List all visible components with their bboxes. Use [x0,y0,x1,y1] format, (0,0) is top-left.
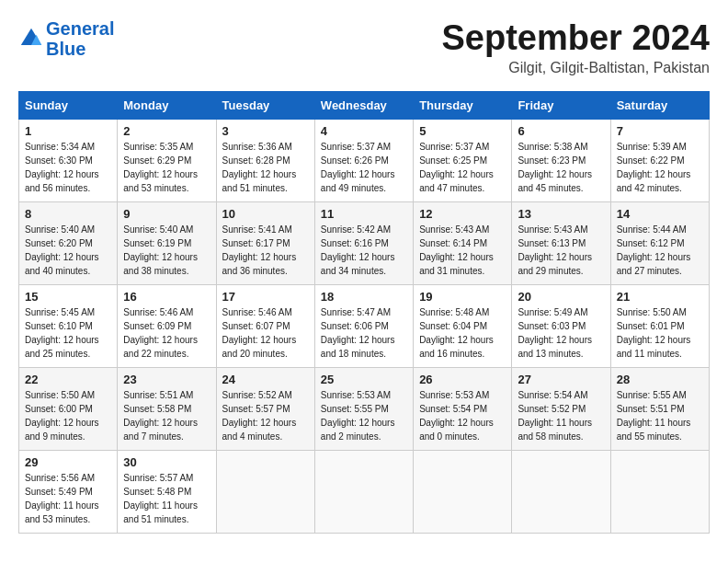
day-info: Sunrise: 5:57 AM Sunset: 5:48 PM Dayligh… [123,471,210,526]
day-info: Sunrise: 5:40 AM Sunset: 6:19 PM Dayligh… [123,223,210,278]
calendar-day-cell: 22Sunrise: 5:50 AM Sunset: 6:00 PM Dayli… [19,368,118,451]
calendar-day-cell: 16Sunrise: 5:46 AM Sunset: 6:09 PM Dayli… [118,285,216,368]
day-number: 19 [419,290,506,304]
day-number: 21 [617,290,703,304]
day-info: Sunrise: 5:49 AM Sunset: 6:03 PM Dayligh… [518,305,604,361]
day-number: 8 [25,207,111,221]
calendar-day-cell [414,451,512,534]
day-number: 27 [518,373,604,386]
day-number: 28 [617,373,703,386]
calendar-day-cell: 4Sunrise: 5:37 AM Sunset: 6:26 PM Daylig… [314,120,413,202]
day-info: Sunrise: 5:46 AM Sunset: 6:07 PM Dayligh… [222,305,309,361]
day-info: Sunrise: 5:53 AM Sunset: 5:54 PM Dayligh… [419,388,506,443]
calendar-table: SundayMondayTuesdayWednesdayThursdayFrid… [18,91,710,534]
day-number: 9 [123,207,210,221]
calendar-week-row: 22Sunrise: 5:50 AM Sunset: 6:00 PM Dayli… [19,368,710,451]
day-info: Sunrise: 5:50 AM Sunset: 6:00 PM Dayligh… [25,388,111,443]
day-of-week-header: Friday [512,92,610,120]
day-number: 6 [518,124,604,138]
calendar-body: 1Sunrise: 5:34 AM Sunset: 6:30 PM Daylig… [19,120,710,534]
day-number: 24 [222,373,309,386]
day-of-week-header: Wednesday [314,92,413,120]
calendar-day-cell [216,451,314,534]
calendar-week-row: 1Sunrise: 5:34 AM Sunset: 6:30 PM Daylig… [19,120,710,202]
calendar-day-cell: 17Sunrise: 5:46 AM Sunset: 6:07 PM Dayli… [216,285,314,368]
calendar-header-row: SundayMondayTuesdayWednesdayThursdayFrid… [19,92,710,120]
day-number: 22 [25,373,111,386]
page-header: General Blue September 2024 Gilgit, Gilg… [18,18,710,76]
day-info: Sunrise: 5:42 AM Sunset: 6:16 PM Dayligh… [321,223,407,278]
calendar-week-row: 8Sunrise: 5:40 AM Sunset: 6:20 PM Daylig… [19,202,710,285]
calendar-day-cell: 1Sunrise: 5:34 AM Sunset: 6:30 PM Daylig… [19,120,118,202]
day-info: Sunrise: 5:53 AM Sunset: 5:55 PM Dayligh… [321,388,407,443]
day-number: 5 [419,124,506,138]
logo: General Blue [18,18,114,59]
day-info: Sunrise: 5:37 AM Sunset: 6:25 PM Dayligh… [419,140,506,195]
day-number: 25 [321,373,407,386]
day-info: Sunrise: 5:54 AM Sunset: 5:52 PM Dayligh… [518,388,604,443]
day-number: 2 [123,124,210,138]
day-info: Sunrise: 5:46 AM Sunset: 6:09 PM Dayligh… [123,305,210,361]
calendar-day-cell: 24Sunrise: 5:52 AM Sunset: 5:57 PM Dayli… [216,368,314,451]
day-number: 18 [321,290,407,304]
logo-line1: General [46,18,114,39]
day-number: 20 [518,290,604,304]
day-of-week-header: Thursday [414,92,512,120]
day-of-week-header: Tuesday [216,92,314,120]
day-info: Sunrise: 5:36 AM Sunset: 6:28 PM Dayligh… [222,140,309,195]
calendar-day-cell [512,451,610,534]
day-info: Sunrise: 5:34 AM Sunset: 6:30 PM Dayligh… [25,140,111,195]
day-info: Sunrise: 5:44 AM Sunset: 6:12 PM Dayligh… [617,223,703,278]
calendar-day-cell [610,451,709,534]
calendar-day-cell: 26Sunrise: 5:53 AM Sunset: 5:54 PM Dayli… [414,368,512,451]
day-info: Sunrise: 5:48 AM Sunset: 6:04 PM Dayligh… [419,305,506,361]
day-number: 11 [321,207,407,221]
calendar-day-cell: 7Sunrise: 5:39 AM Sunset: 6:22 PM Daylig… [610,120,709,202]
day-info: Sunrise: 5:40 AM Sunset: 6:20 PM Dayligh… [25,223,111,278]
logo-icon [18,26,44,52]
calendar-day-cell: 23Sunrise: 5:51 AM Sunset: 5:58 PM Dayli… [118,368,216,451]
day-info: Sunrise: 5:47 AM Sunset: 6:06 PM Dayligh… [321,305,407,361]
day-number: 16 [123,290,210,304]
calendar-week-row: 29Sunrise: 5:56 AM Sunset: 5:49 PM Dayli… [19,451,710,534]
day-number: 1 [25,124,111,138]
calendar-day-cell [314,451,413,534]
day-number: 14 [617,207,703,221]
day-info: Sunrise: 5:55 AM Sunset: 5:51 PM Dayligh… [617,388,703,443]
calendar-day-cell: 27Sunrise: 5:54 AM Sunset: 5:52 PM Dayli… [512,368,610,451]
calendar-day-cell: 19Sunrise: 5:48 AM Sunset: 6:04 PM Dayli… [414,285,512,368]
day-info: Sunrise: 5:45 AM Sunset: 6:10 PM Dayligh… [25,305,111,361]
day-info: Sunrise: 5:39 AM Sunset: 6:22 PM Dayligh… [617,140,703,195]
day-info: Sunrise: 5:52 AM Sunset: 5:57 PM Dayligh… [222,388,309,443]
day-info: Sunrise: 5:38 AM Sunset: 6:23 PM Dayligh… [518,140,604,195]
day-number: 13 [518,207,604,221]
calendar-day-cell: 28Sunrise: 5:55 AM Sunset: 5:51 PM Dayli… [610,368,709,451]
day-number: 12 [419,207,506,221]
day-number: 3 [222,124,309,138]
day-number: 10 [222,207,309,221]
day-number: 4 [321,124,407,138]
day-info: Sunrise: 5:43 AM Sunset: 6:13 PM Dayligh… [518,223,604,278]
day-info: Sunrise: 5:37 AM Sunset: 6:26 PM Dayligh… [321,140,407,195]
day-info: Sunrise: 5:50 AM Sunset: 6:01 PM Dayligh… [617,305,703,361]
calendar-day-cell: 13Sunrise: 5:43 AM Sunset: 6:13 PM Dayli… [512,202,610,285]
logo-line2: Blue [46,39,114,59]
calendar-day-cell: 8Sunrise: 5:40 AM Sunset: 6:20 PM Daylig… [19,202,118,285]
title-area: September 2024 Gilgit, Gilgit-Baltistan,… [442,18,711,76]
calendar-day-cell: 20Sunrise: 5:49 AM Sunset: 6:03 PM Dayli… [512,285,610,368]
calendar-week-row: 15Sunrise: 5:45 AM Sunset: 6:10 PM Dayli… [19,285,710,368]
day-number: 26 [419,373,506,386]
day-info: Sunrise: 5:35 AM Sunset: 6:29 PM Dayligh… [123,140,210,195]
calendar-day-cell: 9Sunrise: 5:40 AM Sunset: 6:19 PM Daylig… [118,202,216,285]
day-number: 23 [123,373,210,386]
calendar-day-cell: 21Sunrise: 5:50 AM Sunset: 6:01 PM Dayli… [610,285,709,368]
day-info: Sunrise: 5:56 AM Sunset: 5:49 PM Dayligh… [25,471,111,526]
day-info: Sunrise: 5:51 AM Sunset: 5:58 PM Dayligh… [123,388,210,443]
location-title: Gilgit, Gilgit-Baltistan, Pakistan [442,60,711,76]
day-number: 7 [617,124,703,138]
day-of-week-header: Monday [118,92,216,120]
day-info: Sunrise: 5:43 AM Sunset: 6:14 PM Dayligh… [419,223,506,278]
calendar-day-cell: 29Sunrise: 5:56 AM Sunset: 5:49 PM Dayli… [19,451,118,534]
day-number: 15 [25,290,111,304]
calendar-day-cell: 18Sunrise: 5:47 AM Sunset: 6:06 PM Dayli… [314,285,413,368]
